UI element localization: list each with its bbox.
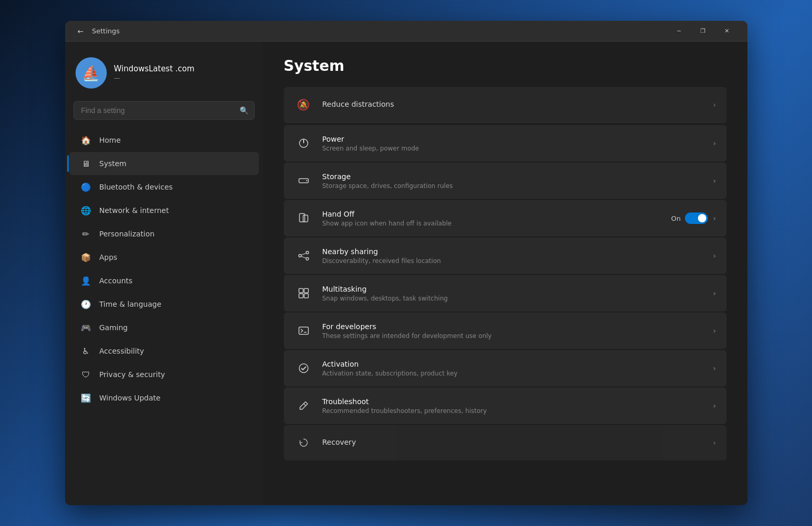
sidebar-label-apps: Apps: [99, 253, 118, 261]
svg-line-9: [301, 253, 306, 255]
storage-icon: [294, 171, 313, 190]
search-input[interactable]: [73, 101, 255, 120]
troubleshoot-chevron: ›: [713, 402, 716, 410]
multitasking-title: Multitasking: [322, 285, 713, 293]
settings-item-storage[interactable]: Storage Storage space, drives, configura…: [284, 162, 727, 199]
gaming-icon: 🎮: [80, 321, 92, 334]
settings-item-troubleshoot[interactable]: Troubleshoot Recommended troubleshooters…: [284, 387, 727, 424]
sidebar-item-time[interactable]: 🕐 Time & language: [69, 293, 259, 316]
settings-item-activation[interactable]: Activation Activation state, subscriptio…: [284, 350, 727, 386]
sidebar-item-accessibility[interactable]: ♿ Accessibility: [69, 340, 259, 362]
svg-rect-14: [304, 294, 308, 298]
activation-title: Activation: [322, 360, 713, 368]
sidebar-label-system: System: [99, 159, 127, 168]
settings-item-power[interactable]: Power Screen and sleep, power mode ›: [284, 125, 727, 161]
sidebar-item-personalization[interactable]: ✏️ Personalization: [69, 222, 259, 245]
recovery-right: ›: [713, 439, 716, 447]
sidebar-label-time: Time & language: [99, 300, 161, 308]
hand-off-toggle-label: On: [671, 215, 680, 222]
settings-item-developers[interactable]: For developers These settings are intend…: [284, 312, 727, 349]
power-title: Power: [322, 135, 713, 143]
sidebar-item-network[interactable]: 🌐 Network & internet: [69, 199, 259, 222]
sidebar-item-system[interactable]: 🖥 System: [69, 152, 259, 175]
power-icon: [294, 134, 313, 153]
nearby-sharing-title: Nearby sharing: [322, 247, 713, 256]
avatar-icon: ⛵: [82, 65, 100, 82]
user-account: —: [114, 74, 253, 82]
sidebar-item-update[interactable]: 🔄 Windows Update: [69, 386, 259, 409]
user-name: WindowsLatest .com: [114, 64, 253, 73]
settings-item-recovery[interactable]: Recovery ›: [284, 425, 727, 460]
settings-item-hand-off[interactable]: Hand Off Show app icon when hand off is …: [284, 200, 727, 236]
sidebar: ⛵ WindowsLatest .com — 🔍 🏠 Home �: [65, 42, 263, 505]
developers-desc: These settings are intended for developm…: [322, 332, 713, 340]
troubleshoot-right: ›: [713, 402, 716, 410]
sidebar-label-network: Network & internet: [99, 206, 169, 215]
svg-point-19: [299, 364, 308, 373]
page-title: System: [284, 57, 727, 74]
troubleshoot-icon: [294, 396, 313, 415]
settings-item-reduce-distractions[interactable]: 🔕 Reduce distractions ›: [284, 87, 727, 123]
hand-off-toggle[interactable]: [685, 212, 708, 224]
minimize-button[interactable]: −: [667, 23, 691, 40]
main-content: System 🔕 Reduce distractions ›: [263, 42, 747, 505]
nearby-sharing-icon: [294, 246, 313, 265]
storage-title: Storage: [322, 172, 713, 181]
search-icon: 🔍: [240, 106, 248, 115]
svg-point-7: [306, 252, 308, 254]
sidebar-label-gaming: Gaming: [99, 323, 128, 332]
window-title: Settings: [92, 27, 667, 35]
nearby-sharing-desc: Discoverability, received files location: [322, 257, 713, 265]
sidebar-item-bluetooth[interactable]: 🔵 Bluetooth & devices: [69, 176, 259, 198]
sidebar-item-privacy[interactable]: 🛡 Privacy & security: [69, 363, 259, 386]
activation-icon: [294, 359, 313, 378]
reduce-distractions-right: ›: [713, 101, 716, 109]
search-box: 🔍: [73, 101, 255, 120]
sidebar-label-privacy: Privacy & security: [99, 370, 165, 379]
svg-point-6: [298, 255, 301, 257]
hand-off-right: On ›: [671, 212, 716, 224]
sidebar-label-accounts: Accounts: [99, 277, 133, 285]
sidebar-item-apps[interactable]: 📦 Apps: [69, 246, 259, 269]
close-button[interactable]: ✕: [715, 23, 739, 40]
back-button[interactable]: ←: [73, 24, 88, 39]
reduce-distractions-chevron: ›: [713, 101, 716, 109]
svg-rect-5: [303, 215, 308, 222]
home-icon: 🏠: [80, 134, 92, 146]
svg-rect-13: [299, 294, 303, 298]
sidebar-item-gaming[interactable]: 🎮 Gaming: [69, 316, 259, 339]
reduce-distractions-title: Reduce distractions: [322, 100, 713, 108]
reduce-distractions-icon: 🔕: [294, 95, 313, 114]
hand-off-icon: [294, 209, 313, 228]
sidebar-item-home[interactable]: 🏠 Home: [69, 129, 259, 152]
activation-desc: Activation state, subscriptions, product…: [322, 370, 713, 377]
activation-right: ›: [713, 364, 716, 372]
multitasking-icon: [294, 284, 313, 303]
power-chevron: ›: [713, 139, 716, 147]
nav-menu: 🏠 Home 🖥 System 🔵 Bluetooth & devices 🌐 …: [65, 128, 263, 410]
storage-right: ›: [713, 177, 716, 185]
avatar: ⛵: [76, 57, 107, 89]
accessibility-icon: ♿: [80, 345, 92, 357]
multitasking-chevron: ›: [713, 289, 716, 297]
privacy-icon: 🛡: [80, 368, 92, 381]
settings-item-nearby-sharing[interactable]: Nearby sharing Discoverability, received…: [284, 237, 727, 274]
nearby-sharing-right: ›: [713, 252, 716, 260]
sidebar-label-bluetooth: Bluetooth & devices: [99, 183, 173, 191]
apps-icon: 📦: [80, 251, 92, 264]
svg-line-20: [304, 404, 306, 406]
developers-icon: [294, 321, 313, 340]
sidebar-item-accounts[interactable]: 👤 Accounts: [69, 269, 259, 292]
bluetooth-icon: 🔵: [80, 181, 92, 193]
hand-off-chevron: ›: [713, 214, 716, 222]
storage-desc: Storage space, drives, configuration rul…: [322, 182, 713, 190]
developers-chevron: ›: [713, 327, 716, 335]
multitasking-desc: Snap windows, desktops, task switching: [322, 295, 713, 302]
user-info: WindowsLatest .com —: [114, 64, 253, 82]
maximize-button[interactable]: ❐: [691, 23, 715, 40]
troubleshoot-desc: Recommended troubleshooters, preferences…: [322, 407, 713, 415]
settings-item-multitasking[interactable]: Multitasking Snap windows, desktops, tas…: [284, 275, 727, 311]
settings-window: ← Settings − ❐ ✕ ⛵ WindowsLatest .com —: [65, 21, 747, 505]
storage-chevron: ›: [713, 177, 716, 185]
svg-point-8: [306, 258, 308, 260]
